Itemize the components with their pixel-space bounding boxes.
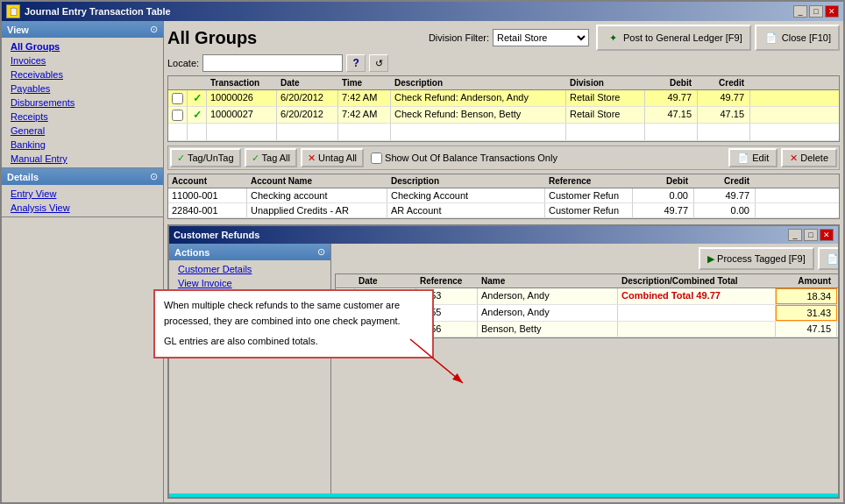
minimize-btn[interactable]: _ <box>793 5 807 18</box>
view-collapse-icon: ⊙ <box>150 24 158 35</box>
sidebar-item-receipts[interactable]: Receipts <box>2 110 163 124</box>
acct1-description: Checking Account <box>387 188 545 202</box>
acct-col-description: Description <box>387 174 545 188</box>
row2-time: 7:42 AM <box>338 107 391 123</box>
ref-col-date: Date <box>355 274 416 287</box>
row1-division: Retail Store <box>566 90 645 106</box>
ref-col-check <box>336 274 355 287</box>
row2-debit: 47.15 <box>645 107 698 123</box>
sidebar-item-analysisview[interactable]: Analysis View <box>2 201 163 215</box>
tag-all-button[interactable]: ✓ Tag All <box>245 148 297 167</box>
untag-all-icon: ✕ <box>308 153 316 164</box>
process-icon: ▶ <box>707 253 714 265</box>
close-refunds-button[interactable]: 📄 Close [F10] <box>818 247 838 270</box>
process-tagged-button[interactable]: ▶ Process Tagged [F9] <box>699 247 814 270</box>
refunds-view-invoice[interactable]: View Invoice <box>169 276 330 290</box>
ref1-amount: 18.34 <box>776 288 837 304</box>
row1-check-input[interactable] <box>172 93 183 104</box>
ref2-amount: 31.43 <box>776 305 837 321</box>
acct2-reference: Customer Refun <box>545 203 633 217</box>
locate-refresh-button[interactable]: ↺ <box>369 54 388 72</box>
sidebar-item-payables[interactable]: Payables <box>2 82 163 96</box>
ref1-topay: 18.34 <box>837 288 838 304</box>
acct1-account: 11000-001 <box>168 188 247 202</box>
row1-date: 6/20/2012 <box>277 90 338 106</box>
view-header[interactable]: View ⊙ <box>2 21 163 38</box>
maximize-btn[interactable]: □ <box>809 5 823 18</box>
ref1-name: Anderson, Andy <box>478 288 618 304</box>
edit-button[interactable]: 📄 Edit <box>728 148 778 167</box>
main-window: 📋 Journal Entry Transaction Table _ □ ✕ … <box>0 0 845 504</box>
refunds-action-items: Customer Details View Invoice <box>169 260 330 292</box>
row1-green-check: ✓ <box>193 92 202 104</box>
sidebar-item-manualentry[interactable]: Manual Entry <box>2 152 163 166</box>
account-table-header: Account Account Name Description Referen… <box>168 174 839 188</box>
sidebar-item-invoices[interactable]: Invoices <box>2 53 163 67</box>
row2-checkmark: ✓ <box>188 107 207 123</box>
close-refunds-icon: 📄 <box>827 253 838 265</box>
details-header-label: Details <box>7 172 39 182</box>
acct2-account: 22840-001 <box>168 203 247 217</box>
sidebar-item-general[interactable]: General <box>2 124 163 138</box>
locate-input[interactable] <box>202 54 343 72</box>
refunds-action-bar: ▶ Process Tagged [F9] 📄 Close [F10] <box>335 247 838 270</box>
show-balance-container: Show Out Of Balance Transactions Only <box>371 153 557 164</box>
close-window-btn[interactable]: ✕ <box>825 5 839 18</box>
post-to-gl-button[interactable]: ✦ Post to General Ledger [F9] <box>596 25 751 51</box>
row1-time: 7:42 AM <box>338 90 391 106</box>
sidebar-item-banking[interactable]: Banking <box>2 138 163 152</box>
row2-check-input[interactable] <box>172 110 183 121</box>
sidebar-item-receivables[interactable]: Receivables <box>2 67 163 82</box>
content-area: All Groups Division Filter: Retail Store… <box>164 21 843 502</box>
close-top-button[interactable]: 📄 Close [F10] <box>755 25 840 51</box>
acct2-description: AR Account <box>387 203 545 217</box>
refunds-minimize-btn[interactable]: _ <box>788 229 802 241</box>
refunds-maximize-btn[interactable]: □ <box>804 229 818 241</box>
refunds-close-btn[interactable]: ✕ <box>820 229 834 241</box>
row1-debit: 49.77 <box>645 90 698 106</box>
sidebar-item-entryview[interactable]: Entry View <box>2 187 163 201</box>
delete-button[interactable]: ✕ Delete <box>781 148 837 167</box>
refunds-actions-icon: ⊙ <box>317 246 325 258</box>
locate-bar: Locate: ? ↺ <box>167 54 840 72</box>
refunds-customer-details[interactable]: Customer Details <box>169 262 330 276</box>
details-header[interactable]: Details ⊙ <box>2 168 163 185</box>
row1-description: Check Refund: Anderson, Andy <box>391 90 566 106</box>
refunds-actions-header[interactable]: Actions ⊙ <box>169 244 330 260</box>
header-right: Division Filter: Retail Store ✦ Post to … <box>429 25 840 51</box>
ref-col-name: Name <box>478 274 618 287</box>
row2-checkbox[interactable] <box>168 107 188 123</box>
sidebar-item-allgroups[interactable]: All Groups <box>2 39 163 53</box>
cyan-border <box>169 493 838 497</box>
refunds-sidebar: Actions ⊙ Customer Details View Invoice <box>169 244 331 497</box>
tooltip-line1: When multiple check refunds to the same … <box>164 298 423 314</box>
title-bar: 📋 Journal Entry Transaction Table _ □ ✕ <box>2 2 843 21</box>
untag-all-button[interactable]: ✕ Untag All <box>301 148 364 167</box>
post-icon: ✦ <box>605 30 621 46</box>
division-filter-select[interactable]: Retail Store <box>493 29 589 46</box>
ref2-name: Anderson, Andy <box>478 305 618 321</box>
tag-untag-button[interactable]: ✓ Tag/UnTag <box>170 148 241 167</box>
row1-checkmark: ✓ <box>188 90 207 106</box>
row1-transaction: 10000026 <box>207 90 277 106</box>
locate-help-button[interactable]: ? <box>346 54 366 72</box>
acct1-name: Checking account <box>247 188 387 202</box>
row1-checkbox[interactable] <box>168 90 188 106</box>
show-balance-checkbox[interactable] <box>371 153 382 164</box>
acct1-reference: Customer Refun <box>545 188 633 202</box>
sidebar-item-disbursements[interactable]: Disbursements <box>2 96 163 110</box>
main-content: View ⊙ All Groups Invoices Receivables P… <box>2 21 843 502</box>
refunds-title: Customer Refunds <box>174 230 259 240</box>
row2-credit: 47.15 <box>698 107 750 123</box>
account-row-1: 11000-001 Checking account Checking Acco… <box>168 188 839 203</box>
content-header: All Groups Division Filter: Retail Store… <box>167 25 840 51</box>
detail-items: Entry View Analysis View <box>2 185 163 217</box>
sidebar: View ⊙ All Groups Invoices Receivables P… <box>2 21 164 502</box>
acct1-credit: 49.77 <box>694 188 756 202</box>
refunds-body: Actions ⊙ Customer Details View Invoice … <box>169 244 838 497</box>
col-date: Date <box>277 76 338 89</box>
col-checkbox <box>168 76 188 89</box>
locate-label: Locate: <box>167 58 199 68</box>
refunds-table-header: Date Reference Name Description/Combined… <box>336 274 838 288</box>
tag-icon: ✓ <box>177 153 185 164</box>
